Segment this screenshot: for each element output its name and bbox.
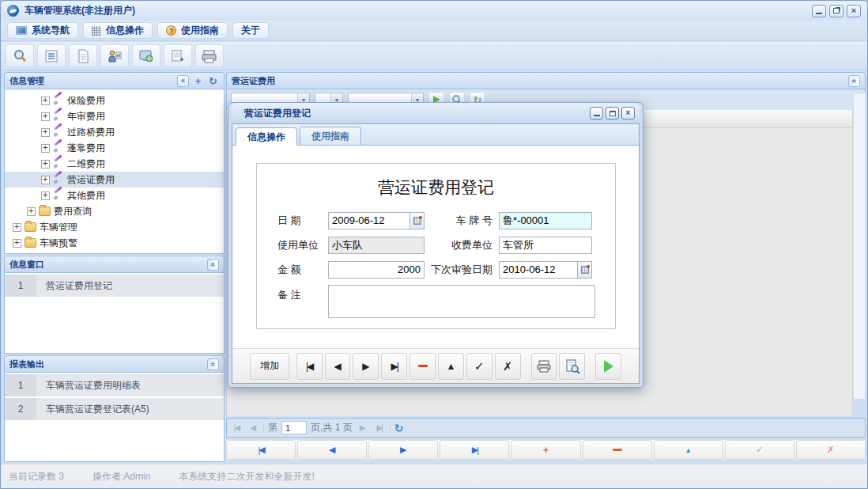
dialog-maximize-button[interactable]: [606, 107, 619, 119]
remark-textarea[interactable]: [328, 285, 595, 318]
dialog-close-button[interactable]: ×: [621, 107, 635, 119]
info-window-list: 1 营运证费用登记: [4, 273, 225, 354]
refresh-pager-icon[interactable]: ↻: [394, 422, 404, 434]
collapse-panel-icon[interactable]: «: [177, 75, 189, 87]
form-fieldset: 营运证费用登记 日 期 车 牌 号 使用单位 收费单位: [256, 163, 616, 329]
tree-label: 车辆预警: [40, 237, 77, 250]
tree-item-vehicle-mgmt[interactable]: 车辆管理: [5, 219, 224, 235]
vertical-scrollbar[interactable]: [853, 93, 866, 400]
navigation-tree: 保险费用 年审费用 过路桥费用 蓬靠费用 二维费用 营运证费用 其他费用 费用查…: [4, 89, 225, 254]
list-view-button[interactable]: [37, 44, 66, 67]
expand-icon[interactable]: [41, 160, 50, 169]
expand-icon[interactable]: [41, 112, 50, 121]
expand-icon[interactable]: [41, 144, 50, 153]
next-record-button[interactable]: ▶: [368, 440, 438, 460]
expand-icon[interactable]: [13, 223, 21, 232]
folder-icon: [25, 222, 36, 232]
tree-item-operation-cert-fee[interactable]: 营运证费用: [5, 172, 224, 188]
cancel-button[interactable]: ✗: [495, 353, 521, 380]
list-item[interactable]: 1 营运证费用登记: [5, 275, 224, 297]
list-item[interactable]: 2 车辆营运证费登记表(A5): [5, 398, 224, 420]
refresh-icon[interactable]: ↻: [207, 75, 219, 87]
menu-system-nav[interactable]: 系统导航: [7, 22, 78, 39]
expand-icon[interactable]: [41, 128, 50, 137]
delete-record-button[interactable]: [583, 440, 652, 460]
tree-item-fee-query[interactable]: 费用查询: [5, 203, 224, 219]
menu-user-guide[interactable]: ? 使用指南: [157, 22, 228, 39]
expand-icon[interactable]: [27, 207, 36, 216]
last-page-button[interactable]: ▶|: [373, 423, 386, 432]
tree-item-annual-review-fee[interactable]: 年审费用: [5, 108, 224, 124]
tree-label: 蓬靠费用: [67, 142, 105, 155]
expand-icon[interactable]: [41, 97, 50, 105]
calendar-icon: [413, 217, 421, 225]
date-picker-button[interactable]: [409, 213, 424, 229]
close-icon: ×: [626, 109, 631, 117]
list-item[interactable]: 1 车辆营运证费用明细表: [5, 374, 224, 396]
edit-record-button[interactable]: ▲: [654, 440, 723, 460]
expand-icon[interactable]: [13, 239, 21, 248]
row-label: 营运证费用登记: [36, 275, 224, 297]
first-page-button[interactable]: |◀: [230, 423, 243, 432]
add-record-button[interactable]: [164, 44, 192, 67]
next-button[interactable]: ▶: [353, 353, 379, 380]
menu-about[interactable]: 关于: [232, 22, 269, 39]
tree-item-toll-fee[interactable]: 过路桥费用: [5, 124, 224, 140]
tree-item-vehicle-warning[interactable]: 车辆预警: [5, 235, 224, 251]
prev-page-button[interactable]: ◀: [247, 423, 259, 432]
tab-user-guide[interactable]: 使用指南: [300, 127, 361, 145]
print-button[interactable]: [195, 44, 224, 67]
tree-label: 年审费用: [67, 110, 105, 123]
collapse-up-icon[interactable]: «: [848, 75, 860, 87]
run-report-button[interactable]: [595, 353, 621, 380]
collapse-up-icon[interactable]: «: [207, 358, 219, 370]
info-window-panel-title: 信息窗口: [9, 259, 44, 271]
page-number-input[interactable]: [281, 421, 307, 434]
first-button[interactable]: |◀: [296, 353, 323, 380]
collapse-up-icon[interactable]: «: [207, 259, 219, 271]
tab-info-ops[interactable]: 信息操作: [236, 127, 297, 146]
use-unit-input[interactable]: [328, 237, 425, 254]
expand-icon[interactable]: [41, 191, 50, 200]
tree-item-other-fee[interactable]: 其他费用: [5, 188, 224, 203]
main-panel-header: 营运证费用 «: [226, 72, 866, 89]
save-record-button[interactable]: ✓: [725, 440, 794, 460]
edit-button[interactable]: ▲: [438, 353, 464, 380]
minimize-button[interactable]: [812, 5, 826, 17]
user-button[interactable]: [100, 44, 129, 67]
last-record-button[interactable]: ▶|: [440, 440, 509, 460]
confirm-button[interactable]: ✓: [466, 353, 492, 380]
tree-item-insurance-fee[interactable]: 保险费用: [5, 93, 224, 108]
print-preview-button[interactable]: [559, 353, 585, 380]
add-icon[interactable]: +: [192, 75, 204, 87]
print-preview-icon: [564, 359, 580, 373]
cancel-record-button[interactable]: ✗: [796, 440, 866, 460]
close-button[interactable]: ×: [847, 5, 861, 17]
expand-icon[interactable]: [41, 176, 50, 184]
tree-item-2d-fee[interactable]: 二维费用: [5, 156, 224, 172]
prev-button[interactable]: ◀: [325, 353, 351, 380]
row-label: 车辆营运证费登记表(A5): [36, 398, 224, 420]
date-picker-button[interactable]: [577, 262, 591, 278]
charge-unit-input[interactable]: [499, 237, 592, 254]
next-page-button[interactable]: ▶: [357, 423, 369, 432]
monitor-globe-button[interactable]: [132, 44, 160, 67]
print-button[interactable]: [531, 353, 557, 380]
prev-record-button[interactable]: ◀: [297, 440, 367, 460]
plate-input[interactable]: [499, 212, 592, 229]
dialog-toolbar: 增加 |◀ ◀ ▶ ▶| ▲ ✓ ✗: [232, 348, 639, 383]
add-record-button[interactable]: +: [511, 440, 580, 460]
menu-info-ops[interactable]: 信息操作: [83, 22, 153, 39]
dialog-content: 营运证费用登记 日 期 车 牌 号 使用单位 收费单位: [232, 146, 639, 350]
main-toolbar: [1, 42, 867, 70]
last-button[interactable]: ▶|: [381, 353, 407, 380]
restore-button[interactable]: [829, 5, 843, 17]
add-button[interactable]: 增加: [250, 353, 289, 380]
delete-button[interactable]: [409, 353, 436, 380]
new-document-button[interactable]: [69, 44, 97, 67]
amount-input[interactable]: [328, 261, 425, 279]
dialog-minimize-button[interactable]: [590, 107, 603, 119]
tree-item-canopy-fee[interactable]: 蓬靠费用: [5, 140, 224, 156]
first-record-button[interactable]: |◀: [226, 440, 296, 460]
search-button[interactable]: [6, 44, 34, 67]
